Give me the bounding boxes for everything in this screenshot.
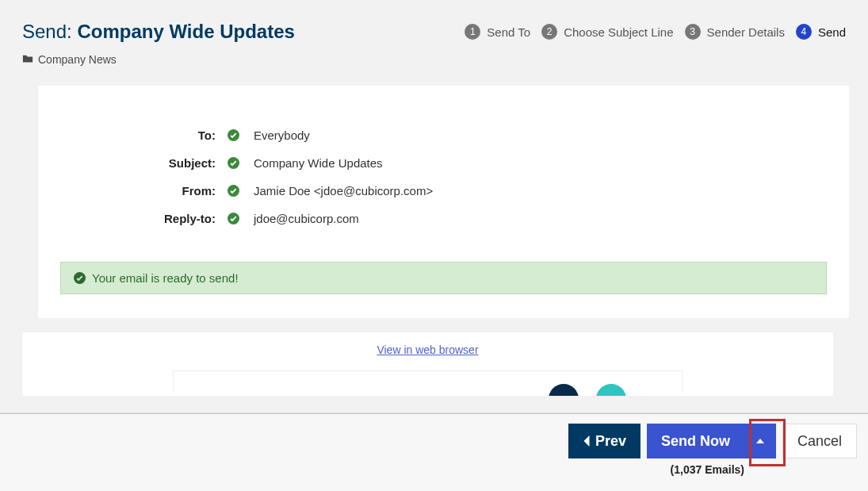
- step-number: 2: [541, 24, 557, 40]
- step-label: Sender Details: [707, 25, 785, 39]
- send-now-button[interactable]: Send Now: [647, 424, 744, 458]
- cancel-button[interactable]: Cancel: [782, 424, 857, 458]
- step-number: 4: [796, 24, 812, 40]
- ready-alert: Your email is ready to send!: [60, 262, 827, 294]
- subject-value: Company Wide Updates: [247, 156, 827, 170]
- step-sender-details[interactable]: 3 Sender Details: [685, 24, 785, 40]
- step-label: Send To: [487, 25, 530, 39]
- prev-button[interactable]: Prev: [568, 424, 640, 458]
- action-bar: Prev Send Now Cancel (1,037 Emails): [0, 413, 868, 491]
- step-number: 3: [685, 24, 701, 40]
- replyto-value: jdoe@cubicorp.com: [247, 212, 827, 225]
- alert-text: Your email is ready to send!: [92, 271, 239, 285]
- prev-label: Prev: [595, 433, 626, 450]
- folder-breadcrumb[interactable]: Company News: [22, 53, 846, 67]
- check-icon: [225, 156, 241, 170]
- email-preview-body: [173, 370, 683, 393]
- step-choose-subject[interactable]: 2 Choose Subject Line: [541, 24, 673, 40]
- subject-label: Subject:: [60, 156, 219, 170]
- check-icon: [225, 212, 241, 225]
- campaign-name: Company Wide Updates: [77, 21, 295, 42]
- email-count: (1,037 Emails): [671, 463, 744, 476]
- step-number: 1: [465, 24, 480, 40]
- step-label: Send: [818, 25, 846, 39]
- to-value: Everybody: [247, 129, 827, 142]
- step-send[interactable]: 4 Send: [796, 24, 846, 40]
- send-summary-card: To: Everybody Subject: Company Wide Upda…: [38, 86, 849, 318]
- summary-table: To: Everybody Subject: Company Wide Upda…: [60, 129, 827, 225]
- folder-name: Company News: [38, 53, 117, 66]
- check-circle-icon: [74, 272, 86, 284]
- email-preview-card: View in web browser: [22, 332, 833, 396]
- send-label: Send Now: [661, 433, 730, 450]
- from-label: From:: [60, 184, 219, 198]
- page-title: Send: Company Wide Updates: [22, 21, 295, 44]
- preview-graphic: [549, 384, 579, 396]
- cancel-label: Cancel: [797, 433, 842, 450]
- step-label: Choose Subject Line: [564, 25, 673, 39]
- view-in-browser-link[interactable]: View in web browser: [38, 343, 817, 356]
- title-prefix: Send:: [22, 21, 72, 42]
- caret-up-icon: [756, 439, 764, 443]
- preview-graphic: [596, 384, 626, 396]
- folder-icon: [22, 53, 33, 67]
- check-icon: [225, 129, 241, 142]
- to-label: To:: [60, 129, 219, 142]
- replyto-label: Reply-to:: [60, 212, 219, 225]
- step-send-to[interactable]: 1 Send To: [465, 24, 530, 40]
- send-options-dropdown[interactable]: [744, 424, 776, 458]
- chevron-left-icon: [583, 435, 591, 447]
- wizard-stepper: 1 Send To 2 Choose Subject Line 3 Sender…: [465, 24, 846, 40]
- from-value: Jamie Doe <jdoe@cubicorp.com>: [247, 184, 827, 198]
- check-icon: [225, 184, 241, 198]
